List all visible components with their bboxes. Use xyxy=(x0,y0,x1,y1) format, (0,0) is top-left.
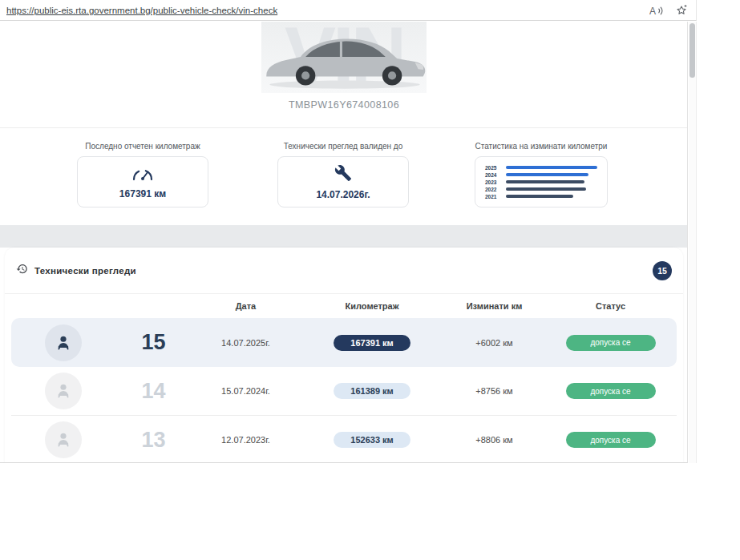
stats-section: Последно отчетен километраж Технически п… xyxy=(0,128,688,225)
driver-avatar-icon xyxy=(45,421,82,458)
inspections-section: Технически прегледи 15 Дата Километраж И… xyxy=(5,248,683,463)
chart-row: 2021 xyxy=(485,193,597,200)
inspection-row[interactable]: 14 15.07.2024г. 161389 км +8756 км допус… xyxy=(11,367,677,416)
stat-label-mileage: Последно отчетен километраж xyxy=(51,142,235,151)
chart-bar xyxy=(506,166,597,170)
inspection-number: 14 xyxy=(141,379,165,404)
section-divider-band xyxy=(0,225,688,248)
browser-address-bar[interactable]: https://public-eis.rta.government.bg/pub… xyxy=(0,0,697,21)
inspection-date: 15.07.2024г. xyxy=(221,386,270,396)
traveled-km: +8806 км xyxy=(475,435,512,445)
stat-label-inspection-valid: Технически преглед валиден до xyxy=(251,142,435,151)
speedometer-icon xyxy=(131,165,155,184)
status-pill: допуска се xyxy=(566,432,656,448)
inspection-date: 12.07.2023г. xyxy=(221,435,270,445)
stat-card-km-chart: 2025 2024 2023 2022 2021 xyxy=(475,156,608,207)
svg-text:A: A xyxy=(649,6,656,17)
stat-label-chart: Статистика на изминати километри xyxy=(449,142,633,151)
chart-year-label: 2021 xyxy=(485,194,506,199)
chart-bar xyxy=(506,180,584,184)
status-pill: допуска се xyxy=(566,335,656,351)
page-viewport: VIN TMBPW16Y674008106 Последно отчетен к… xyxy=(0,22,688,463)
vin-number: TMBPW16Y674008106 xyxy=(0,99,688,111)
mileage-pill: 161389 км xyxy=(334,383,410,399)
inspections-title: Технически прегледи xyxy=(34,266,136,276)
chart-year-label: 2025 xyxy=(485,165,506,171)
chart-year-label: 2022 xyxy=(485,187,506,192)
driver-avatar-icon xyxy=(45,324,82,361)
chart-row: 2022 xyxy=(485,186,597,193)
mileage-pill: 152633 км xyxy=(334,432,410,448)
vehicle-hero-section: VIN TMBPW16Y674008106 xyxy=(0,22,688,128)
chart-year-label: 2023 xyxy=(485,179,506,185)
table-header-row: Дата Километраж Изминати км Статус xyxy=(11,294,677,318)
history-icon xyxy=(16,263,28,278)
wrench-icon xyxy=(334,164,352,185)
driver-avatar-icon xyxy=(45,373,82,409)
chart-year-label: 2024 xyxy=(485,172,506,178)
stat-card-mileage: 167391 км xyxy=(77,156,208,207)
inspections-header: Технически прегледи 15 xyxy=(5,248,683,294)
inspection-number: 13 xyxy=(141,428,165,453)
chart-row: 2025 xyxy=(485,164,597,171)
inspection-date: 14.07.2025г. xyxy=(221,338,270,348)
inspection-number: 15 xyxy=(141,330,165,355)
inspection-row[interactable]: 13 12.07.2023г. 152633 км +8806 км допус… xyxy=(11,416,677,463)
inspection-row[interactable]: 15 14.07.2025г. 167391 км +6002 км допус… xyxy=(11,318,677,367)
chart-row: 2024 xyxy=(485,171,597,179)
chart-row: 2023 xyxy=(485,179,597,186)
mileage-pill: 167391 км xyxy=(334,335,410,351)
status-pill: допуска се xyxy=(566,383,656,399)
stat-value-mileage: 167391 км xyxy=(119,188,166,199)
table-header-date: Дата xyxy=(192,301,300,311)
page-scrollbar[interactable] xyxy=(689,22,697,463)
scrollbar-thumb[interactable] xyxy=(689,23,695,78)
stat-value-inspection-valid: 14.07.2026г. xyxy=(316,189,370,200)
address-bar-url[interactable]: https://public-eis.rta.government.bg/pub… xyxy=(6,6,277,15)
chart-bar xyxy=(506,187,586,191)
chart-bar xyxy=(506,173,588,177)
add-favorite-star-icon[interactable] xyxy=(675,4,688,17)
traveled-km: +8756 км xyxy=(475,386,512,396)
table-header-mileage: Километраж xyxy=(300,301,444,311)
stat-card-inspection-valid: 14.07.2026г. xyxy=(277,156,409,207)
chart-bar xyxy=(506,195,573,199)
traveled-km: +6002 км xyxy=(475,338,512,348)
table-header-status: Статус xyxy=(544,301,677,311)
table-header-traveled: Изминати км xyxy=(444,301,544,311)
read-aloud-icon[interactable]: A xyxy=(649,5,664,17)
inspections-count-badge: 15 xyxy=(653,261,672,280)
vehicle-image xyxy=(255,23,435,92)
